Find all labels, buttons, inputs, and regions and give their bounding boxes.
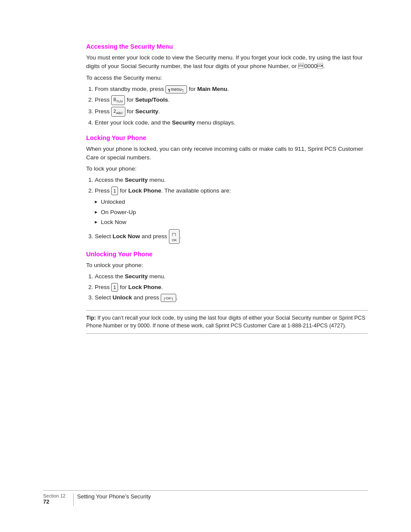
tip-label: Tip: [86, 315, 96, 321]
ok-key-lock: ┌┐OK [169, 229, 180, 244]
steps-list-locking: Access the Security menu. Press 1 for Lo… [95, 176, 368, 195]
section-accessing-security-menu: Accessing the Security Menu You must ent… [86, 43, 368, 128]
unlock-step-2: Press 1 for Lock Phone. [95, 283, 368, 292]
unlock-step-1: Access the Security menu. [95, 272, 368, 281]
steps-list-accessing: From standby mode, press ┓menu┐ for Main… [95, 85, 368, 128]
unlock-step-3: Select Unlock and press ┌OK┐. [95, 293, 368, 302]
key-8: 8TUV [111, 95, 125, 105]
section-heading-accessing: Accessing the Security Menu [86, 43, 368, 50]
page: Accessing the Security Menu You must ent… [0, 0, 411, 532]
key-2: 2ABC [111, 107, 125, 117]
footer-section-title: Setting Your Phone’s Security [77, 493, 151, 500]
menu-key: ┓menu┐ [165, 85, 187, 93]
content-area: Accessing the Security Menu You must ent… [86, 43, 368, 334]
footer-divider [73, 493, 74, 506]
footer-section-label: Section 12 [43, 493, 65, 498]
locking-intro-2: To lock your phone: [86, 165, 368, 173]
tip-text: If you can’t recall your lock code, try … [86, 315, 365, 329]
lock-step-3: Select Lock Now and press ┌┐OK. [95, 229, 368, 244]
intro-para-1: You must enter your lock code to view th… [86, 53, 368, 71]
ok-key-unlock: ┌OK┐ [161, 294, 176, 302]
section-unlocking-phone: Unlocking Your Phone To unlock your phon… [86, 251, 368, 302]
intro-para-2: To access the Security menu: [86, 74, 368, 82]
step-1: From standby mode, press ┓menu┐ for Main… [95, 85, 368, 93]
step-4: Enter your lock code, and the Security m… [95, 118, 368, 127]
steps-list-unlocking: Access the Security menu. Press 1 for Lo… [95, 272, 368, 302]
lock-step-2: Press 1 for Lock Phone. The available op… [95, 187, 368, 196]
lock-options-list: Unlocked On Power-Up Lock Now [95, 198, 368, 227]
footer-page-number: 72 [43, 498, 65, 505]
key-1-lock: 1 [111, 187, 118, 196]
locking-intro-1: When your phone is locked, you can only … [86, 145, 368, 162]
step-2: Press 8TUV for Setup/Tools. [95, 95, 368, 105]
option-lock-now: Lock Now [95, 218, 368, 227]
section-heading-unlocking: Unlocking Your Phone [86, 251, 368, 258]
section-heading-locking: Locking Your Phone [86, 134, 368, 141]
lock-step-3-list: Select Lock Now and press ┌┐OK. [95, 229, 368, 244]
tip-box: Tip: If you can’t recall your lock code,… [86, 310, 368, 334]
lock-step-1: Access the Security menu. [95, 176, 368, 184]
section-locking-phone: Locking Your Phone When your phone is lo… [86, 134, 368, 244]
footer: Section 12 72 Setting Your Phone’s Secur… [43, 490, 368, 506]
step-3: Press 2ABC for Security. [95, 107, 368, 117]
unlocking-intro-1: To unlock your phone: [86, 261, 368, 270]
key-1-unlock: 1 [111, 283, 118, 292]
option-on-power-up: On Power-Up [95, 208, 368, 217]
option-unlocked: Unlocked [95, 198, 368, 206]
